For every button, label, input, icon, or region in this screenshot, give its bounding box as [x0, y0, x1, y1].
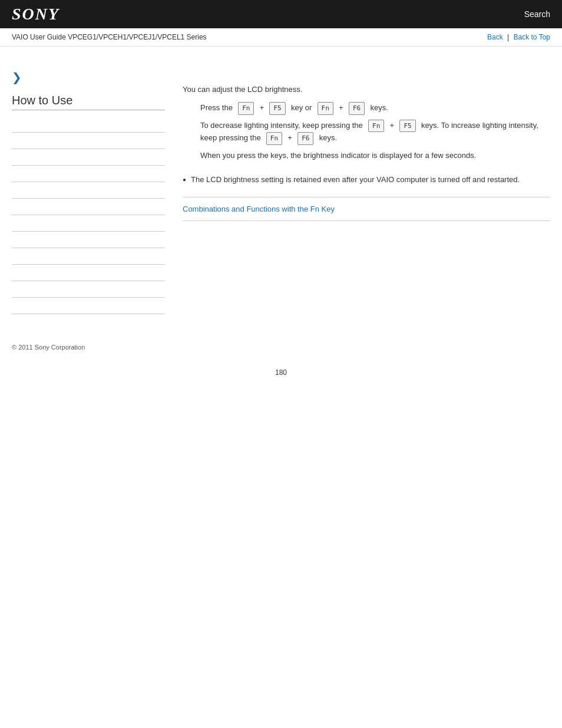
key-instruction-1: Press the Fn + F5 key or Fn + F6 keys. — [200, 102, 550, 115]
key-instruction-3: When you press the keys, the brightness … — [200, 150, 550, 162]
list-item[interactable] — [12, 298, 165, 314]
instruction-connector-2: key or — [289, 103, 314, 112]
back-to-top-link[interactable]: Back to Top — [514, 33, 550, 41]
main-container: ❯ How to Use You can adjust the LCD brig… — [0, 47, 562, 326]
f5-key-2: F5 — [399, 120, 415, 133]
page-number: 180 — [0, 357, 562, 388]
content-intro: You can adjust the LCD brightness. — [183, 85, 550, 94]
copyright-text: © 2011 Sony Corporation — [12, 344, 85, 351]
instruction-connector-4: keys. — [368, 103, 388, 112]
divider-1 — [183, 197, 550, 197]
fn-key-4: Fn — [266, 132, 282, 145]
plus-text-2: + — [286, 133, 295, 142]
fn-key-3: Fn — [368, 120, 384, 133]
list-item[interactable] — [12, 199, 165, 215]
instruction-connector-3: + — [336, 103, 345, 112]
instruction-text-before: Press the — [200, 103, 235, 112]
list-item[interactable] — [12, 182, 165, 199]
sony-logo: SONY — [12, 5, 59, 24]
content-area: You can adjust the LCD brightness. Press… — [177, 52, 550, 314]
list-item[interactable] — [12, 281, 165, 298]
list-item[interactable] — [12, 166, 165, 182]
sidebar-items — [12, 116, 165, 314]
list-item[interactable] — [12, 248, 165, 265]
sidebar: ❯ How to Use — [12, 52, 177, 314]
search-button[interactable]: Search — [524, 9, 550, 19]
instruction-connector-1: + — [257, 103, 266, 112]
divider-2 — [183, 220, 550, 221]
note-bullet-icon: ● — [183, 175, 186, 184]
list-item[interactable] — [12, 116, 165, 133]
back-link[interactable]: Back — [487, 33, 503, 41]
combinations-fn-link[interactable]: Combinations and Functions with the Fn K… — [183, 205, 335, 213]
list-item[interactable] — [12, 232, 165, 248]
list-item[interactable] — [12, 149, 165, 166]
list-item[interactable] — [12, 215, 165, 232]
nav-separator: | — [507, 33, 511, 41]
nav-links: Back | Back to Top — [487, 33, 550, 41]
header: SONY Search — [0, 0, 562, 28]
key-instruction-2: To decrease lighting intensity, keep pre… — [200, 120, 550, 145]
nav-bar: VAIO User Guide VPCEG1/VPCEH1/VPCEJ1/VPC… — [0, 28, 562, 47]
nav-title: VAIO User Guide VPCEG1/VPCEH1/VPCEJ1/VPC… — [12, 33, 207, 41]
decrease-text: To decrease lighting intensity, keep pre… — [200, 121, 365, 130]
chevron-right-icon: ❯ — [12, 70, 165, 84]
f5-key: F5 — [269, 102, 285, 115]
footer: © 2011 Sony Corporation — [0, 326, 562, 357]
fn-key-2: Fn — [318, 102, 333, 115]
list-item[interactable] — [12, 133, 165, 149]
plus-text-1: + — [388, 121, 396, 130]
keys-text-2: keys. — [317, 133, 337, 142]
list-item[interactable] — [12, 265, 165, 281]
note-item: ● The LCD brightness setting is retained… — [183, 174, 550, 186]
f6-key: F6 — [349, 102, 365, 115]
sidebar-section-title: How to Use — [12, 94, 165, 110]
fn-key-1: Fn — [238, 102, 254, 115]
f6-key-2: F6 — [297, 132, 313, 145]
indicator-text: When you press the keys, the brightness … — [200, 151, 476, 160]
note-text: The LCD brightness setting is retained e… — [191, 174, 520, 186]
related-link: Combinations and Functions with the Fn K… — [183, 205, 550, 213]
note-section: ● The LCD brightness setting is retained… — [183, 174, 550, 186]
